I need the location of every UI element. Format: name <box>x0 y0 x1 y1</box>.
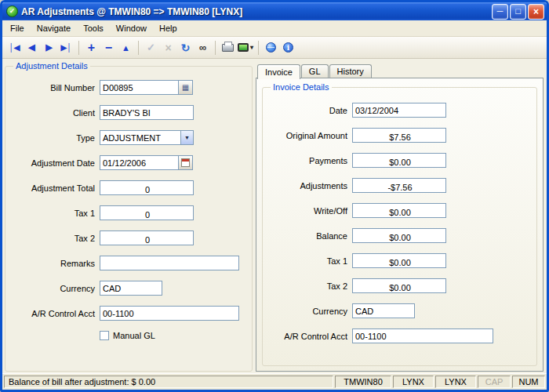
field-row: CurrencyCAD <box>269 303 530 318</box>
field-input-wrap: 03/12/2004 <box>352 103 446 118</box>
tab-invoice[interactable]: Invoice <box>257 64 300 79</box>
field-input-wrap: 0 <box>100 230 194 245</box>
edit-record-button[interactable]: ▲ <box>118 39 134 56</box>
maximize-button[interactable]: □ <box>510 4 526 20</box>
invoice-date-input[interactable]: 03/12/2004 <box>352 103 446 118</box>
field-row: Write/Off$0.00 <box>269 203 530 218</box>
field-input-wrap: CAD <box>100 281 162 296</box>
tab-gl[interactable]: GL <box>301 64 329 78</box>
invoice-currency-input[interactable]: CAD <box>352 303 415 318</box>
print-button[interactable] <box>220 39 236 56</box>
invoice-fields: Date03/12/2004Original Amount$7.56Paymen… <box>269 103 530 343</box>
tab-history[interactable]: History <box>329 64 372 78</box>
post-edit-button[interactable]: ✓ <box>143 39 159 56</box>
field-row: Bill NumberD00895▦ <box>12 80 245 95</box>
last-record-button[interactable]: ▶│ <box>58 39 75 56</box>
field-label: Currency <box>269 307 347 316</box>
invoice-ar-control-acct-input[interactable]: 00-1100 <box>352 328 493 343</box>
app-icon: ✓ <box>6 5 18 17</box>
field-input-wrap: 01/12/2006 <box>100 155 193 170</box>
balance-input[interactable]: $0.00 <box>352 228 446 243</box>
field-input-wrap: $0.00 <box>352 253 446 268</box>
menu-item-navigate[interactable]: Navigate <box>31 22 77 34</box>
writeoff-input[interactable]: $0.00 <box>352 203 446 218</box>
previous-record-button[interactable]: ◀ <box>24 39 40 56</box>
close-button[interactable]: × <box>528 4 544 20</box>
cancel-edit-button[interactable]: × <box>160 39 176 56</box>
field-label: Tax 2 <box>12 234 95 243</box>
menu-bar: FileNavigateToolsWindowHelp <box>2 20 547 37</box>
tax1-input[interactable]: 0 <box>100 205 194 220</box>
client-input[interactable]: BRADY'S BI <box>100 105 194 120</box>
lookup-button[interactable]: ▦ <box>178 80 193 95</box>
type-select[interactable]: ADJUSTMENT <box>100 130 181 145</box>
field-label: Tax 1 <box>12 209 95 218</box>
field-input-wrap: -$7.56 <box>352 178 446 193</box>
field-input-wrap: CAD <box>352 303 415 318</box>
web-button[interactable] <box>263 39 279 56</box>
minimize-button[interactable]: ─ <box>492 4 508 20</box>
delete-record-button[interactable]: − <box>100 39 117 56</box>
remarks-input[interactable] <box>100 256 239 270</box>
adjustment-date-input[interactable]: 01/12/2006 <box>100 155 179 170</box>
currency-input[interactable]: CAD <box>100 281 162 296</box>
bill-number-input[interactable]: D00895 <box>100 80 179 95</box>
field-row: CurrencyCAD <box>12 281 245 296</box>
invoice-tab-area: InvoiceGLHistory Invoice Details Date03/… <box>256 61 544 372</box>
invoice-details-title: Invoice Details <box>271 82 332 92</box>
menu-item-help[interactable]: Help <box>153 22 184 34</box>
adjustments-input[interactable]: -$7.56 <box>352 178 446 193</box>
export-button[interactable]: ▾ <box>237 39 254 56</box>
screen-icon <box>238 43 249 52</box>
toolbar-separator <box>258 41 259 55</box>
menu-item-window[interactable]: Window <box>110 22 153 34</box>
title-bar[interactable]: ✓ AR Adjustments @ TMWIN80 => TMWIN80 [L… <box>2 2 547 20</box>
field-label: Date <box>269 106 347 115</box>
ar-control-acct-input[interactable]: 00-1100 <box>100 306 239 321</box>
refresh-button[interactable]: ↻ <box>177 39 194 56</box>
field-label: A/R Control Acct <box>269 332 347 341</box>
status-panel-cap: CAP <box>478 376 511 388</box>
field-label: Adjustments <box>269 181 347 191</box>
invoice-tax2-input[interactable]: $0.00 <box>352 278 446 293</box>
field-row: Tax 2$0.00 <box>269 278 530 293</box>
field-input-wrap: $0.00 <box>352 228 446 243</box>
next-record-button[interactable]: ▶ <box>41 39 57 56</box>
about-button[interactable]: i <box>280 39 296 56</box>
field-label: Original Amount <box>269 131 347 140</box>
adjustment-details-group: Adjustment Details Bill NumberD00895▦Cli… <box>5 61 253 372</box>
field-row: Original Amount$7.56 <box>269 128 530 143</box>
field-input-wrap <box>100 256 239 270</box>
field-input-wrap: BRADY'S BI <box>100 105 194 120</box>
field-input-wrap: 00-1100 <box>100 306 239 321</box>
adjustment-total-input[interactable]: 0 <box>100 180 194 195</box>
window-title: AR Adjustments @ TMWIN80 => TMWIN80 [LYN… <box>21 6 489 17</box>
payments-input[interactable]: $0.00 <box>352 153 446 168</box>
field-label: A/R Control Acct <box>12 309 95 318</box>
first-record-button[interactable]: │◀ <box>6 39 23 56</box>
field-row: Balance$0.00 <box>269 228 530 243</box>
field-row: ClientBRADY'S BI <box>12 105 245 120</box>
field-input-wrap: 0 <box>100 205 194 220</box>
field-row: A/R Control Acct00-1100 <box>269 328 530 343</box>
status-panel-num: NUM <box>512 376 545 388</box>
invoice-tab-page: Invoice Details Date03/12/2004Original A… <box>256 78 544 372</box>
status-bar: Balance of bill after adjustment: $ 0.00… <box>2 373 547 390</box>
field-label: Client <box>12 108 95 118</box>
menu-item-tools[interactable]: Tools <box>77 22 110 34</box>
original-amount-input[interactable]: $7.56 <box>352 128 446 143</box>
field-label: Adjustment Total <box>12 183 95 193</box>
tax2-input[interactable]: 0 <box>100 230 194 245</box>
field-input-wrap: 0 <box>100 180 194 195</box>
toolbar-separator <box>215 41 216 55</box>
calendar-icon <box>181 158 190 167</box>
toolbar: │◀◀▶▶│+−▲✓×↻∞▾i <box>2 37 547 59</box>
add-record-button[interactable]: + <box>83 39 100 56</box>
menu-item-file[interactable]: File <box>4 22 31 34</box>
manual-gl-checkbox[interactable] <box>100 331 109 340</box>
invoice-tax1-input[interactable]: $0.00 <box>352 253 446 268</box>
manual-gl-label: Manual GL <box>113 331 155 340</box>
dropdown-button[interactable]: ▼ <box>180 130 194 145</box>
calendar-button[interactable] <box>178 155 193 170</box>
browse-button[interactable]: ∞ <box>195 39 211 56</box>
